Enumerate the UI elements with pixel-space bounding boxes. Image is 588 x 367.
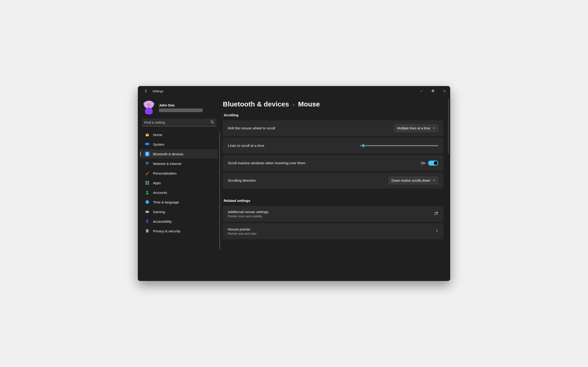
- sidebar-item-label: Network & internet: [153, 162, 181, 166]
- sidebar-item-accessibility[interactable]: Accessibility: [140, 217, 218, 226]
- breadcrumb-parent[interactable]: Bluetooth & devices: [223, 100, 289, 108]
- scrolling-direction-dropdown[interactable]: Down motion scrolls down: [389, 177, 438, 184]
- sidebar-item-label: Time & language: [153, 200, 179, 204]
- setting-roll-mouse-wheel: Roll the mouse wheel to scroll Multiple …: [223, 120, 443, 136]
- section-title-related: Related settings: [224, 199, 443, 202]
- clock-globe-icon: [145, 200, 150, 205]
- accessibility-icon: [145, 219, 150, 224]
- related-item-label: Mouse pointer: [228, 227, 257, 232]
- open-external-icon: [434, 211, 438, 217]
- chevron-down-icon: [432, 126, 435, 130]
- slider-thumb[interactable]: [361, 144, 365, 148]
- sidebar-item-network[interactable]: Network & internet: [140, 159, 218, 168]
- breadcrumb-leaf: Mouse: [298, 100, 320, 108]
- back-button[interactable]: [142, 87, 150, 95]
- toggle-knob: [434, 161, 438, 165]
- related-item-label: Additional mouse settings: [228, 210, 268, 214]
- sidebar-item-label: Bluetooth & devices: [153, 152, 183, 156]
- roll-wheel-dropdown[interactable]: Multiple lines at a time: [394, 124, 438, 132]
- sidebar-item-system[interactable]: System: [140, 140, 218, 149]
- svg-point-15: [147, 191, 148, 193]
- svg-rect-13: [145, 183, 147, 185]
- content-scrollbar[interactable]: [448, 98, 449, 154]
- scroll-inactive-toggle[interactable]: [428, 161, 438, 166]
- related-mouse-pointer[interactable]: Mouse pointer Pointer size and color: [223, 223, 443, 239]
- bluetooth-icon: [145, 151, 150, 156]
- profile-block[interactable]: John Doe: [138, 99, 221, 119]
- setting-label: Lines to scroll at a time: [228, 144, 264, 148]
- setting-scrolling-direction: Scrolling direction Down motion scrolls …: [223, 173, 443, 189]
- home-icon: [145, 132, 150, 137]
- setting-label: Scroll inactive windows when hovering ov…: [228, 161, 305, 165]
- search-input[interactable]: [144, 120, 210, 124]
- gamepad-icon: [145, 209, 150, 214]
- dropdown-value: Down motion scrolls down: [392, 179, 430, 182]
- svg-point-10: [147, 165, 148, 165]
- svg-rect-11: [145, 181, 147, 183]
- svg-point-20: [147, 219, 148, 220]
- profile-subtext-placeholder: [159, 108, 203, 112]
- titlebar: Settings: [138, 86, 450, 96]
- lines-to-scroll-slider[interactable]: [360, 145, 438, 146]
- sidebar-item-bluetooth-devices[interactable]: Bluetooth & devices: [140, 149, 218, 158]
- app-title: Settings: [153, 90, 163, 93]
- sidebar-item-label: Gaming: [153, 210, 165, 214]
- sidebar-item-label: Accessibility: [153, 219, 172, 223]
- sidebar-item-label: System: [153, 142, 164, 146]
- setting-label: Roll the mouse wheel to scroll: [228, 126, 275, 130]
- svg-rect-1: [432, 90, 434, 92]
- accounts-icon: [145, 190, 150, 195]
- close-button[interactable]: [439, 86, 450, 96]
- nav-list: Home System Bluetooth & devices Network …: [138, 130, 221, 281]
- content-area: Bluetooth & devices › Mouse Scrolling Ro…: [221, 96, 450, 281]
- sidebar-item-accounts[interactable]: Accounts: [140, 188, 218, 197]
- minimize-button[interactable]: [416, 86, 427, 96]
- system-icon: [145, 142, 150, 147]
- setting-label: Scrolling direction: [228, 178, 256, 183]
- setting-scroll-inactive: Scroll inactive windows when hovering ov…: [223, 155, 443, 171]
- svg-line-4: [443, 90, 446, 92]
- maximize-button[interactable]: [427, 86, 439, 96]
- sidebar-item-label: Apps: [153, 181, 161, 185]
- setting-lines-to-scroll: Lines to scroll at a time: [223, 138, 443, 154]
- section-title-scrolling: Scrolling: [224, 113, 443, 117]
- toggle-state-label: On: [421, 161, 425, 165]
- search-icon: [210, 120, 214, 125]
- svg-line-6: [213, 123, 214, 124]
- sidebar: John Doe Home: [138, 96, 221, 281]
- paintbrush-icon: [145, 171, 150, 176]
- sidebar-scrollbar[interactable]: [219, 131, 220, 250]
- sidebar-item-label: Home: [153, 133, 162, 137]
- sidebar-item-label: Personalization: [153, 171, 177, 175]
- sidebar-item-apps[interactable]: Apps: [140, 178, 218, 187]
- avatar: [142, 101, 156, 115]
- dropdown-value: Multiple lines at a time: [397, 126, 430, 130]
- search-box[interactable]: [142, 119, 216, 126]
- svg-rect-14: [147, 183, 149, 185]
- profile-name: John Doe: [159, 103, 203, 107]
- sidebar-item-privacy-security[interactable]: Privacy & security: [140, 226, 218, 236]
- chevron-down-icon: [432, 179, 435, 182]
- breadcrumb: Bluetooth & devices › Mouse: [223, 100, 443, 108]
- sidebar-item-gaming[interactable]: Gaming: [140, 207, 218, 216]
- sidebar-item-label: Accounts: [153, 191, 167, 194]
- wifi-icon: [145, 161, 150, 166]
- app-body: John Doe Home: [138, 96, 450, 281]
- svg-rect-8: [145, 145, 149, 145]
- sidebar-item-time-language[interactable]: Time & language: [140, 198, 218, 207]
- sidebar-item-label: Privacy & security: [153, 229, 180, 233]
- svg-rect-17: [145, 211, 149, 213]
- apps-icon: [145, 180, 150, 185]
- sidebar-item-personalization[interactable]: Personalization: [140, 169, 218, 178]
- related-additional-mouse-settings[interactable]: Additional mouse settings Pointer icons …: [223, 206, 443, 222]
- sidebar-item-home[interactable]: Home: [140, 130, 218, 139]
- window-controls: [416, 86, 450, 96]
- settings-window: Settings John Doe: [138, 86, 450, 281]
- svg-line-3: [443, 90, 446, 92]
- chevron-right-icon: [435, 229, 438, 233]
- svg-point-18: [146, 212, 147, 212]
- svg-point-19: [148, 212, 148, 212]
- svg-rect-12: [147, 181, 149, 183]
- related-item-sub: Pointer icons and visibility: [228, 215, 268, 218]
- related-item-sub: Pointer size and color: [228, 232, 257, 235]
